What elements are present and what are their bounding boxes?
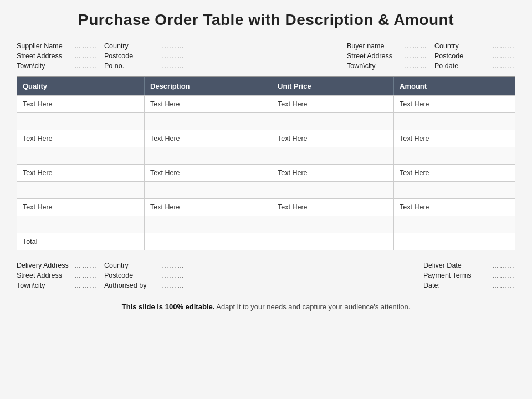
supplier-name-label: Supplier Name: [17, 42, 72, 50]
buyer-postcode-dots: ………: [492, 52, 515, 60]
table-cell: [17, 182, 145, 198]
table-cell: [394, 182, 516, 198]
table-row: [17, 216, 515, 233]
col-quality: Quality: [17, 77, 145, 95]
delivery-authorised-label: Authorised by: [104, 282, 160, 289]
supplier-pono-dots: ………: [162, 62, 185, 70]
table-cell: Text Here: [394, 165, 516, 181]
table-cell: Text Here: [272, 96, 394, 112]
buyer-podate-label: Po date: [434, 62, 490, 70]
table-cell: [145, 113, 272, 130]
supplier-street-dots: ………: [74, 52, 98, 60]
delivery-town-label: Town\city: [17, 282, 72, 289]
table-row: Text HereText HereText HereText Here: [17, 130, 515, 147]
delivery-country-dots: ………: [162, 262, 185, 269]
table-cell: Text Here: [145, 165, 272, 181]
buyer-podate-dots: ………: [492, 62, 515, 70]
date-row: Date: ………: [423, 282, 515, 289]
total-label: Total: [17, 233, 145, 250]
buyer-postcode-label: Postcode: [434, 52, 490, 60]
delivery-postcode-label: Postcode: [104, 272, 160, 279]
table-cell: [272, 147, 394, 164]
supplier-town-row: Town\city ……… Po no. ………: [17, 62, 185, 70]
table-cell: Text Here: [145, 199, 272, 216]
total-desc: [145, 233, 272, 250]
table-cell: Text Here: [145, 96, 272, 112]
supplier-street-row: Street Address ……… Postcode ………: [17, 52, 185, 60]
supplier-postcode-label: Postcode: [104, 52, 160, 60]
payment-terms-row: Payment Terms ………: [423, 272, 515, 279]
table-cell: Text Here: [272, 199, 394, 216]
deliver-date-dots: ………: [492, 262, 515, 269]
bottom-note-rest: Adapt it to your needs and capture your …: [214, 303, 410, 311]
table-cell: [17, 113, 145, 130]
table-cell: [17, 216, 145, 233]
payment-terms-label: Payment Terms: [423, 272, 490, 279]
table-cell: [145, 182, 272, 198]
col-unit-price: Unit Price: [272, 77, 394, 95]
table-cell: [394, 216, 516, 233]
table-cell: Text Here: [17, 130, 145, 147]
supplier-name-row: Supplier Name ……… Country ………: [17, 42, 185, 50]
payment-terms-dots: ………: [492, 272, 515, 279]
table-row: [17, 112, 515, 130]
info-section: Supplier Name ……… Country ……… Street Add…: [17, 42, 515, 70]
supplier-town-label: Town\city: [17, 62, 72, 70]
buyer-block: Buyer name ……… Country ……… Street Addres…: [347, 42, 515, 70]
delivery-block: Delivery Address ……… Country ……… Street …: [17, 262, 185, 289]
table-cell: Text Here: [145, 130, 272, 147]
delivery-address-label: Delivery Address: [17, 262, 72, 269]
footer-section: Delivery Address ……… Country ……… Street …: [17, 262, 515, 289]
delivery-authorised-dots: ………: [162, 282, 185, 289]
table-cell: [394, 147, 516, 164]
buyer-street-dots: ………: [405, 52, 428, 60]
table-cell: Text Here: [17, 165, 145, 181]
table-row: Text HereText HereText HereText Here: [17, 198, 515, 216]
date-dots: ………: [492, 282, 515, 289]
table-cell: [394, 113, 516, 130]
table-row: Text HereText HereText HereText Here: [17, 164, 515, 181]
supplier-country-dots: ………: [162, 42, 185, 50]
col-amount: Amount: [394, 77, 516, 95]
purchase-table: Quality Description Unit Price Amount Te…: [17, 76, 515, 250]
table-cell: [17, 147, 145, 164]
table-cell: [145, 147, 272, 164]
deliver-date-label: Deliver Date: [423, 262, 490, 269]
delivery-town-dots: ………: [74, 282, 98, 289]
table-cell: Text Here: [272, 130, 394, 147]
delivery-street-label: Street Address: [17, 272, 72, 279]
total-amount: [394, 233, 516, 250]
table-cell: Text Here: [394, 130, 516, 147]
buyer-street-row: Street Address ……… Postcode ………: [347, 52, 515, 60]
table-cell: Text Here: [17, 96, 145, 112]
table-cell: Text Here: [394, 96, 516, 112]
supplier-postcode-dots: ………: [162, 52, 185, 60]
delivery-country-label: Country: [104, 262, 160, 269]
supplier-town-dots: ………: [74, 62, 98, 70]
supplier-pono-label: Po no.: [104, 62, 160, 70]
table-cell: [145, 216, 272, 233]
table-row: Text HereText HereText HereText Here: [17, 95, 515, 112]
page-title: Purchase Order Table with Description & …: [78, 11, 454, 29]
delivery-street-row: Street Address ……… Postcode ………: [17, 272, 185, 279]
table-cell: Text Here: [394, 199, 516, 216]
buyer-name-label: Buyer name: [347, 42, 402, 50]
buyer-town-dots: ………: [405, 62, 428, 70]
deliver-date-row: Deliver Date ………: [423, 262, 515, 269]
supplier-country-label: Country: [104, 42, 160, 50]
table-cell: Text Here: [17, 199, 145, 216]
table-cell: [272, 113, 394, 130]
table-row: [17, 147, 515, 164]
buyer-country-dots: ………: [492, 42, 515, 50]
buyer-name-row: Buyer name ……… Country ………: [347, 42, 515, 50]
table-cell: [272, 182, 394, 198]
buyer-street-label: Street Address: [347, 52, 402, 60]
supplier-street-label: Street Address: [17, 52, 72, 60]
delivery-address-row: Delivery Address ……… Country ………: [17, 262, 185, 269]
supplier-name-dots: ………: [74, 42, 98, 50]
bottom-note: This slide is 100% editable. Adapt it to…: [17, 303, 515, 311]
delivery-street-dots: ………: [74, 272, 98, 279]
table-cell: [272, 216, 394, 233]
buyer-name-dots: ………: [405, 42, 428, 50]
bottom-note-bold: This slide is 100% editable.: [122, 303, 215, 311]
